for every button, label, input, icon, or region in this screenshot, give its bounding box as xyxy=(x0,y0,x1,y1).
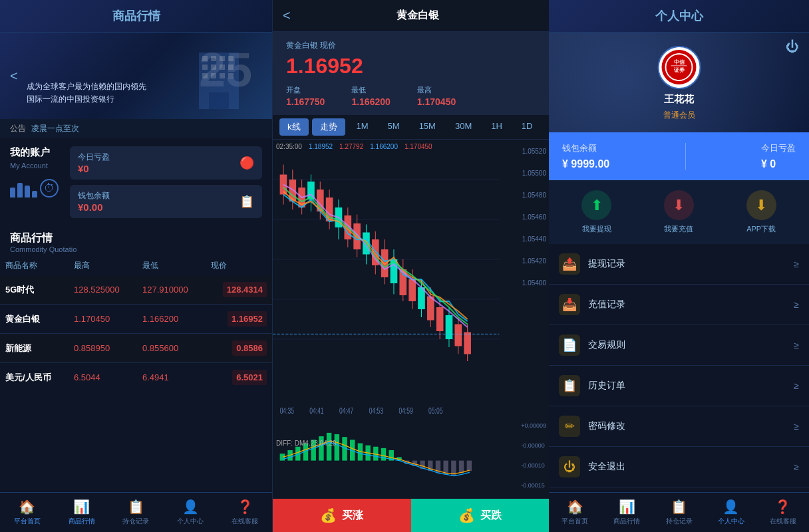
svg-rect-3 xyxy=(220,56,225,61)
svg-rect-13 xyxy=(209,92,229,109)
chevron-right-icon: ≥ xyxy=(794,299,799,310)
right-nav-market[interactable]: 📊 商品行情 xyxy=(601,493,653,532)
right-nav-support-label: 在线客服 xyxy=(770,517,796,526)
nav-label-home: 平台首页 xyxy=(14,517,41,526)
app-download-icon: ⬇ xyxy=(746,190,776,220)
wallet-stats-section: 钱包余额 ¥ 9999.00 今日亏盈 ¥ 0 xyxy=(549,132,809,180)
right-nav-market-label: 商品行情 xyxy=(613,517,640,526)
menu-item-icon: ⏻ xyxy=(559,456,580,477)
user-avatar-section: 中信 证券 王花花 普通会员 xyxy=(657,46,701,121)
svg-rect-5 xyxy=(202,65,208,70)
chart-tabs: k线 走势 1M 5M 15M 30M 1H 1D xyxy=(273,115,549,140)
table-row[interactable]: 5G时代 128.525000 127.910000 128.4314 xyxy=(0,275,272,305)
tab-1m[interactable]: 1M xyxy=(349,118,377,136)
tab-kline[interactable]: k线 xyxy=(279,118,309,136)
withdraw-action[interactable]: ⬆ 我要提现 xyxy=(581,190,611,234)
tab-30m[interactable]: 30M xyxy=(447,118,480,136)
svg-rect-91 xyxy=(459,461,464,473)
menu-item[interactable]: ✏ 密码修改 ≥ xyxy=(549,406,809,447)
sell-button[interactable]: 💰 买跌 xyxy=(411,499,550,532)
center-title: 黄金白银 xyxy=(297,9,539,23)
withdraw-icon: ⬆ xyxy=(581,190,611,220)
tab-15m[interactable]: 15M xyxy=(411,118,444,136)
menu-item[interactable]: 📋 历史订单 ≥ xyxy=(549,366,809,406)
svg-rect-10 xyxy=(211,73,216,78)
right-nav-support[interactable]: ❓ 在线客服 xyxy=(757,493,809,532)
right-nav-profile[interactable]: 👤 个人中心 xyxy=(705,493,757,532)
company-logo-icon: 中信 证券 xyxy=(661,49,697,86)
table-row[interactable]: 新能源 0.858950 0.855600 0.8586 xyxy=(0,334,272,363)
table-row[interactable]: 美元/人民币 6.5044 6.4941 6.5021 xyxy=(0,363,272,392)
commodity-name: 新能源 xyxy=(0,334,69,363)
svg-rect-92 xyxy=(467,461,472,471)
commodity-title-en: Commodity Quotatio xyxy=(10,245,262,253)
commodity-name: 美元/人民币 xyxy=(0,363,69,392)
right-header: 个人中心 xyxy=(549,0,809,33)
app-download-action[interactable]: ⬇ APP下载 xyxy=(746,190,776,234)
right-nav-profile-label: 个人中心 xyxy=(718,517,744,526)
svg-rect-8 xyxy=(228,65,234,70)
commodity-price-cell: 1.16952 xyxy=(206,305,272,334)
commodity-low: 0.855600 xyxy=(137,334,206,363)
quick-actions: ⬆ 我要提现 ⬇ 我要充值 ⬇ APP下载 xyxy=(549,180,809,244)
open-stat: 开盘 1.167750 xyxy=(286,85,325,107)
banner-prev-icon[interactable]: < xyxy=(10,68,18,84)
tab-trend[interactable]: 走势 xyxy=(312,118,345,136)
wallet-icon: 📋 xyxy=(240,194,254,209)
recharge-action[interactable]: ⬇ 我要充值 xyxy=(664,190,694,234)
user-level: 普通会员 xyxy=(663,110,695,121)
chart-val1: 1.27792 xyxy=(339,143,363,150)
chevron-right-icon: ≥ xyxy=(794,380,799,391)
commodity-price: 1.16952 xyxy=(228,311,267,327)
market-icon: 📊 xyxy=(73,499,90,515)
right-nav-positions[interactable]: 📋 持仓记录 xyxy=(653,493,705,532)
buy-button[interactable]: 💰 买涨 xyxy=(273,499,411,532)
nav-item-home[interactable]: 🏠 平台首页 xyxy=(0,493,55,532)
nav-label-support: 在线客服 xyxy=(232,517,258,526)
commodity-table: 商品名称 最高 最低 现价 5G时代 128.525000 127.910000… xyxy=(0,256,272,392)
buy-icon: 💰 xyxy=(320,507,337,523)
account-title-en: My Account xyxy=(10,162,63,170)
low-stat: 最低 1.166200 xyxy=(351,85,390,107)
menu-item[interactable]: 📥 充值记录 ≥ xyxy=(549,285,809,325)
recharge-label: 我要充值 xyxy=(664,224,693,234)
high-label: 最高 xyxy=(417,85,456,95)
back-button[interactable]: < xyxy=(283,8,291,23)
nav-item-market[interactable]: 📊 商品行情 xyxy=(55,493,109,532)
menu-item[interactable]: ⏻ 安全退出 ≥ xyxy=(549,447,809,487)
clock-icon: ⏱ xyxy=(40,179,59,198)
menu-item[interactable]: 📄 交易规则 ≥ xyxy=(549,325,809,366)
account-left: 我的账户 My Account ⏱ xyxy=(10,146,63,218)
commodity-price: 6.5021 xyxy=(232,370,267,385)
nav-item-positions[interactable]: 📋 持仓记录 xyxy=(109,493,164,532)
high-value: 1.170450 xyxy=(417,96,456,107)
svg-text:04:53: 04:53 xyxy=(369,407,383,416)
svg-text:05:05: 05:05 xyxy=(428,407,442,416)
sell-label: 买跌 xyxy=(480,509,502,523)
price-scale: 1.05520 1.05500 1.05480 1.05460 1.05440 … xyxy=(522,148,546,287)
power-button[interactable]: ⏻ xyxy=(786,39,799,55)
nav-item-profile[interactable]: 👤 个人中心 xyxy=(163,493,218,532)
tab-5m[interactable]: 5M xyxy=(380,118,408,136)
nav-label-market: 商品行情 xyxy=(69,517,95,526)
right-nav-positions-label: 持仓记录 xyxy=(666,517,693,526)
menu-item-icon: 📄 xyxy=(559,334,580,356)
right-nav-home[interactable]: 🏠 平台首页 xyxy=(549,493,601,532)
banner-area: 25 < 成为全球客户最为信赖的国内领先 国际一流的中国投资银行 xyxy=(0,33,272,119)
commodity-name: 黄金白银 xyxy=(0,305,69,334)
svg-text:04:41: 04:41 xyxy=(309,407,323,416)
commodity-price-cell: 128.4314 xyxy=(206,275,272,305)
menu-item-icon: ✏ xyxy=(559,416,580,437)
commodity-price: 0.8586 xyxy=(232,340,267,356)
menu-item[interactable]: 📤 提现记录 ≥ xyxy=(549,244,809,285)
nav-item-support[interactable]: ❓ 在线客服 xyxy=(218,493,272,532)
avatar: 中信 证券 xyxy=(657,46,701,89)
bar-3 xyxy=(25,186,30,198)
table-row[interactable]: 黄金白银 1.170450 1.166200 1.16952 xyxy=(0,305,272,334)
tab-1h[interactable]: 1H xyxy=(483,118,510,136)
macd-scale: +0.00009 -0.00000 -0.00010 -0.00015 xyxy=(521,422,546,489)
menu-item-text: 提现记录 xyxy=(588,258,794,270)
tab-1d[interactable]: 1D xyxy=(514,118,541,136)
right-nav-home-label: 平台首页 xyxy=(562,517,588,526)
price-section: 黄金白银 现价 1.16952 开盘 1.167750 最低 1.166200 … xyxy=(273,32,549,115)
